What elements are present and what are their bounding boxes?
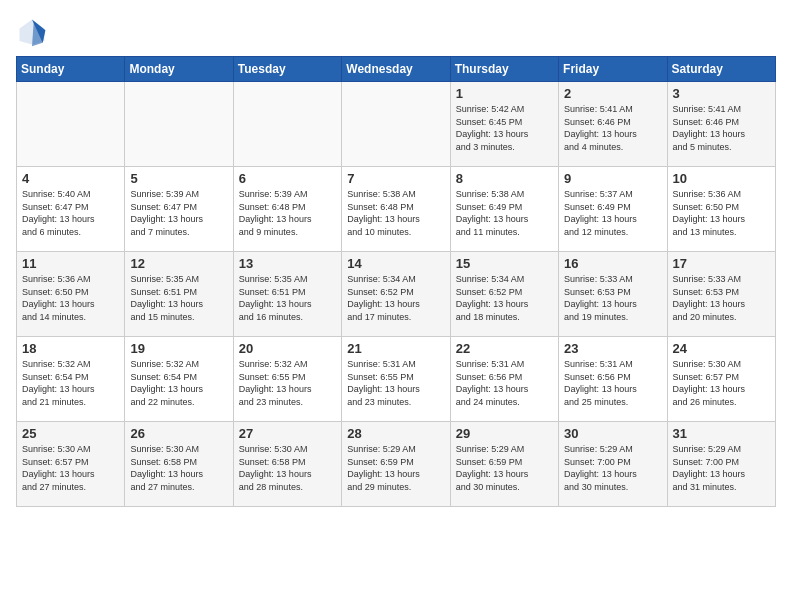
day-number: 28 <box>347 426 444 441</box>
day-number: 24 <box>673 341 770 356</box>
day-info: Sunrise: 5:30 AM Sunset: 6:57 PM Dayligh… <box>673 358 770 408</box>
day-info: Sunrise: 5:38 AM Sunset: 6:48 PM Dayligh… <box>347 188 444 238</box>
calendar-cell: 22Sunrise: 5:31 AM Sunset: 6:56 PM Dayli… <box>450 337 558 422</box>
calendar-cell <box>342 82 450 167</box>
week-row-3: 11Sunrise: 5:36 AM Sunset: 6:50 PM Dayli… <box>17 252 776 337</box>
day-number: 9 <box>564 171 661 186</box>
day-number: 7 <box>347 171 444 186</box>
day-info: Sunrise: 5:33 AM Sunset: 6:53 PM Dayligh… <box>673 273 770 323</box>
day-number: 21 <box>347 341 444 356</box>
day-info: Sunrise: 5:29 AM Sunset: 7:00 PM Dayligh… <box>564 443 661 493</box>
calendar-cell: 21Sunrise: 5:31 AM Sunset: 6:55 PM Dayli… <box>342 337 450 422</box>
day-number: 14 <box>347 256 444 271</box>
day-number: 3 <box>673 86 770 101</box>
calendar-cell: 8Sunrise: 5:38 AM Sunset: 6:49 PM Daylig… <box>450 167 558 252</box>
day-number: 5 <box>130 171 227 186</box>
day-info: Sunrise: 5:40 AM Sunset: 6:47 PM Dayligh… <box>22 188 119 238</box>
day-info: Sunrise: 5:39 AM Sunset: 6:48 PM Dayligh… <box>239 188 336 238</box>
calendar-cell <box>125 82 233 167</box>
calendar-cell: 18Sunrise: 5:32 AM Sunset: 6:54 PM Dayli… <box>17 337 125 422</box>
day-number: 27 <box>239 426 336 441</box>
day-info: Sunrise: 5:38 AM Sunset: 6:49 PM Dayligh… <box>456 188 553 238</box>
calendar-cell <box>233 82 341 167</box>
day-number: 23 <box>564 341 661 356</box>
day-info: Sunrise: 5:31 AM Sunset: 6:56 PM Dayligh… <box>564 358 661 408</box>
day-header-saturday: Saturday <box>667 57 775 82</box>
day-number: 26 <box>130 426 227 441</box>
calendar-cell: 17Sunrise: 5:33 AM Sunset: 6:53 PM Dayli… <box>667 252 775 337</box>
day-number: 2 <box>564 86 661 101</box>
day-number: 15 <box>456 256 553 271</box>
calendar-cell: 28Sunrise: 5:29 AM Sunset: 6:59 PM Dayli… <box>342 422 450 507</box>
day-info: Sunrise: 5:33 AM Sunset: 6:53 PM Dayligh… <box>564 273 661 323</box>
day-number: 4 <box>22 171 119 186</box>
day-info: Sunrise: 5:41 AM Sunset: 6:46 PM Dayligh… <box>673 103 770 153</box>
calendar-body: 1Sunrise: 5:42 AM Sunset: 6:45 PM Daylig… <box>17 82 776 507</box>
calendar-cell: 11Sunrise: 5:36 AM Sunset: 6:50 PM Dayli… <box>17 252 125 337</box>
week-row-5: 25Sunrise: 5:30 AM Sunset: 6:57 PM Dayli… <box>17 422 776 507</box>
day-info: Sunrise: 5:29 AM Sunset: 7:00 PM Dayligh… <box>673 443 770 493</box>
day-number: 25 <box>22 426 119 441</box>
header-row: SundayMondayTuesdayWednesdayThursdayFrid… <box>17 57 776 82</box>
day-header-wednesday: Wednesday <box>342 57 450 82</box>
day-header-thursday: Thursday <box>450 57 558 82</box>
calendar-cell: 5Sunrise: 5:39 AM Sunset: 6:47 PM Daylig… <box>125 167 233 252</box>
week-row-2: 4Sunrise: 5:40 AM Sunset: 6:47 PM Daylig… <box>17 167 776 252</box>
day-header-monday: Monday <box>125 57 233 82</box>
day-number: 29 <box>456 426 553 441</box>
day-number: 10 <box>673 171 770 186</box>
calendar-cell: 12Sunrise: 5:35 AM Sunset: 6:51 PM Dayli… <box>125 252 233 337</box>
day-info: Sunrise: 5:35 AM Sunset: 6:51 PM Dayligh… <box>239 273 336 323</box>
day-number: 20 <box>239 341 336 356</box>
calendar-cell: 30Sunrise: 5:29 AM Sunset: 7:00 PM Dayli… <box>559 422 667 507</box>
day-number: 17 <box>673 256 770 271</box>
day-number: 16 <box>564 256 661 271</box>
day-info: Sunrise: 5:34 AM Sunset: 6:52 PM Dayligh… <box>347 273 444 323</box>
week-row-1: 1Sunrise: 5:42 AM Sunset: 6:45 PM Daylig… <box>17 82 776 167</box>
calendar-cell: 27Sunrise: 5:30 AM Sunset: 6:58 PM Dayli… <box>233 422 341 507</box>
day-info: Sunrise: 5:41 AM Sunset: 6:46 PM Dayligh… <box>564 103 661 153</box>
day-number: 30 <box>564 426 661 441</box>
day-number: 13 <box>239 256 336 271</box>
header <box>16 16 776 48</box>
day-number: 6 <box>239 171 336 186</box>
day-info: Sunrise: 5:36 AM Sunset: 6:50 PM Dayligh… <box>22 273 119 323</box>
day-number: 11 <box>22 256 119 271</box>
calendar-cell: 7Sunrise: 5:38 AM Sunset: 6:48 PM Daylig… <box>342 167 450 252</box>
calendar-cell: 23Sunrise: 5:31 AM Sunset: 6:56 PM Dayli… <box>559 337 667 422</box>
day-info: Sunrise: 5:29 AM Sunset: 6:59 PM Dayligh… <box>456 443 553 493</box>
calendar-cell: 20Sunrise: 5:32 AM Sunset: 6:55 PM Dayli… <box>233 337 341 422</box>
logo <box>16 16 52 48</box>
calendar-cell: 24Sunrise: 5:30 AM Sunset: 6:57 PM Dayli… <box>667 337 775 422</box>
day-number: 22 <box>456 341 553 356</box>
day-info: Sunrise: 5:37 AM Sunset: 6:49 PM Dayligh… <box>564 188 661 238</box>
calendar-cell: 9Sunrise: 5:37 AM Sunset: 6:49 PM Daylig… <box>559 167 667 252</box>
day-info: Sunrise: 5:31 AM Sunset: 6:55 PM Dayligh… <box>347 358 444 408</box>
calendar-cell: 2Sunrise: 5:41 AM Sunset: 6:46 PM Daylig… <box>559 82 667 167</box>
calendar-cell: 6Sunrise: 5:39 AM Sunset: 6:48 PM Daylig… <box>233 167 341 252</box>
day-info: Sunrise: 5:30 AM Sunset: 6:58 PM Dayligh… <box>130 443 227 493</box>
day-info: Sunrise: 5:36 AM Sunset: 6:50 PM Dayligh… <box>673 188 770 238</box>
calendar-cell: 16Sunrise: 5:33 AM Sunset: 6:53 PM Dayli… <box>559 252 667 337</box>
calendar-cell: 29Sunrise: 5:29 AM Sunset: 6:59 PM Dayli… <box>450 422 558 507</box>
calendar-cell: 14Sunrise: 5:34 AM Sunset: 6:52 PM Dayli… <box>342 252 450 337</box>
calendar-cell: 1Sunrise: 5:42 AM Sunset: 6:45 PM Daylig… <box>450 82 558 167</box>
calendar-header: SundayMondayTuesdayWednesdayThursdayFrid… <box>17 57 776 82</box>
calendar-cell <box>17 82 125 167</box>
day-info: Sunrise: 5:35 AM Sunset: 6:51 PM Dayligh… <box>130 273 227 323</box>
day-header-sunday: Sunday <box>17 57 125 82</box>
calendar-cell: 13Sunrise: 5:35 AM Sunset: 6:51 PM Dayli… <box>233 252 341 337</box>
calendar-cell: 15Sunrise: 5:34 AM Sunset: 6:52 PM Dayli… <box>450 252 558 337</box>
calendar-cell: 19Sunrise: 5:32 AM Sunset: 6:54 PM Dayli… <box>125 337 233 422</box>
day-info: Sunrise: 5:34 AM Sunset: 6:52 PM Dayligh… <box>456 273 553 323</box>
calendar-cell: 10Sunrise: 5:36 AM Sunset: 6:50 PM Dayli… <box>667 167 775 252</box>
day-number: 12 <box>130 256 227 271</box>
calendar-cell: 31Sunrise: 5:29 AM Sunset: 7:00 PM Dayli… <box>667 422 775 507</box>
day-number: 18 <box>22 341 119 356</box>
calendar-cell: 25Sunrise: 5:30 AM Sunset: 6:57 PM Dayli… <box>17 422 125 507</box>
day-info: Sunrise: 5:32 AM Sunset: 6:54 PM Dayligh… <box>130 358 227 408</box>
day-info: Sunrise: 5:30 AM Sunset: 6:57 PM Dayligh… <box>22 443 119 493</box>
calendar-table: SundayMondayTuesdayWednesdayThursdayFrid… <box>16 56 776 507</box>
calendar-cell: 3Sunrise: 5:41 AM Sunset: 6:46 PM Daylig… <box>667 82 775 167</box>
week-row-4: 18Sunrise: 5:32 AM Sunset: 6:54 PM Dayli… <box>17 337 776 422</box>
